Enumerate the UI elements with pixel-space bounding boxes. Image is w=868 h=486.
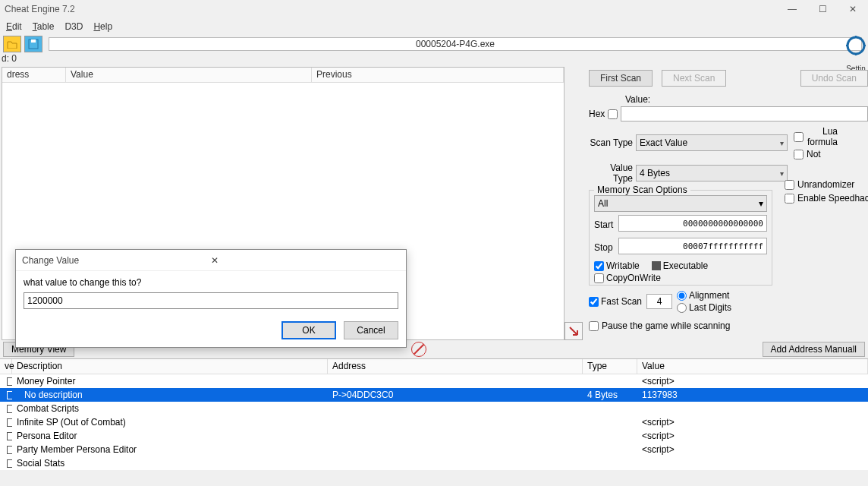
table-row[interactable]: Party Member Persona Editor<script> [0,443,868,456]
chevron-down-icon: ▾ [780,169,784,178]
col-address[interactable]: dress [2,68,66,82]
maximize-button[interactable]: ☐ [807,0,838,18]
dialog-value-input[interactable] [24,292,398,309]
toolbar: 00005204-P4G.exe [0,35,868,53]
stop-input[interactable] [618,238,767,254]
fastscan-checkbox[interactable] [589,297,599,307]
scan-type-label: Scan Type [589,137,633,148]
row-active-checkbox[interactable] [7,432,12,440]
row-value: 1137983 [637,390,868,400]
menubar: Edit Table D3D Help [0,18,868,35]
row-description: Social Stats [12,458,328,469]
row-value: <script> [637,376,868,387]
col-value[interactable]: Value [66,68,312,82]
open-icon[interactable] [3,36,21,52]
memory-region-select[interactable]: All ▾ [594,195,767,212]
row-active-checkbox[interactable] [7,405,12,413]
menu-table[interactable]: Table [33,21,55,32]
row-type: 4 Bytes [583,390,637,400]
save-icon[interactable] [24,36,42,52]
first-scan-button[interactable]: First Scan [589,70,653,87]
row-description: Money Pointer [12,376,328,387]
row-active-checkbox[interactable] [7,446,12,454]
col-description[interactable]: Description [12,359,328,374]
undo-scan-button[interactable]: Undo Scan [800,70,868,87]
col-active[interactable]: ve [0,359,12,374]
row-description: No description [12,390,328,400]
change-value-dialog: Change Value ✕ what value to change this… [15,249,407,348]
right-options: Unrandomizer Enable Speedhac [785,179,868,204]
start-input[interactable] [618,215,767,232]
memory-scan-options: Memory Scan Options All ▾ Start Stop Wri… [589,190,772,286]
chevron-down-icon: ▾ [759,198,763,209]
value-type-label: Value Type [589,163,633,184]
not-checkbox[interactable] [794,150,804,159]
menu-help[interactable]: Help [93,21,112,32]
row-address: P->04DDC3C0 [328,390,583,400]
table-row[interactable]: No descriptionP->04DDC3C04 Bytes1137983 [0,388,868,402]
row-active-checkbox[interactable] [7,459,12,468]
minimize-button[interactable]: — [777,0,807,18]
dialog-title: Change Value [22,255,211,266]
row-active-checkbox[interactable] [7,418,12,427]
col-previous[interactable]: Previous [312,68,564,82]
stop-label: Stop [594,242,614,253]
window-title: Cheat Engine 7.2 [5,4,777,14]
no-entry-icon[interactable] [411,342,426,357]
chevron-down-icon: ▾ [780,139,784,147]
value-type-select[interactable]: 4 Bytes ▾ [636,165,788,181]
svg-point-2 [848,37,864,54]
dialog-ok-button[interactable]: OK [281,321,336,339]
process-title: 00005204-P4G.exe [416,39,495,49]
row-description: Party Member Persona Editor [12,444,328,455]
address-list: ve Description Address Type Value Money … [0,358,868,470]
menu-d3d[interactable]: D3D [64,21,83,32]
lua-formula-checkbox[interactable] [794,132,804,142]
dialog-close-button[interactable]: ✕ [211,255,400,266]
unrandomizer-checkbox[interactable] [785,180,794,190]
scan-value-input[interactable] [621,106,868,122]
table-row[interactable]: Social Stats [0,456,868,470]
table-row[interactable]: Money Pointer<script> [0,374,868,388]
table-row[interactable]: Infinite SP (Out of Combat)<script> [0,415,868,429]
memopt-title: Memory Scan Options [594,185,690,195]
copyonwrite-checkbox[interactable] [594,273,604,283]
lastdigits-radio[interactable] [677,303,687,313]
scan-type-select[interactable]: Exact Value ▾ [636,134,788,151]
row-value: <script> [637,431,868,441]
hex-label: Hex [589,109,605,119]
alignment-radio[interactable] [677,291,687,301]
writable-checkbox[interactable] [594,261,604,271]
hex-checkbox[interactable] [608,109,618,119]
col-type[interactable]: Type [583,359,637,374]
row-active-checkbox[interactable] [7,391,12,399]
table-row[interactable]: Persona Editor<script> [0,429,868,443]
row-value: <script> [637,444,868,455]
table-row[interactable]: Combat Scripts [0,402,868,415]
close-button[interactable]: ✕ [838,0,868,18]
row-active-checkbox[interactable] [7,377,12,386]
speedhack-checkbox[interactable] [785,194,794,204]
menu-edit[interactable]: Edit [6,21,22,32]
value-label: Value: [625,94,868,105]
pause-checkbox[interactable] [589,321,599,331]
col-val[interactable]: Value [637,359,868,374]
dialog-prompt: what value to change this to? [24,277,398,288]
process-bar[interactable]: 00005204-P4G.exe [49,37,862,51]
row-description: Persona Editor [12,431,328,441]
col-addr[interactable]: Address [328,359,583,374]
next-scan-button[interactable]: Next Scan [662,70,726,87]
row-value: <script> [637,417,868,428]
dialog-cancel-button[interactable]: Cancel [344,321,398,339]
start-label: Start [594,219,614,230]
executable-checkbox[interactable] [652,261,661,270]
titlebar: Cheat Engine 7.2 — ☐ ✕ [0,0,868,18]
svg-rect-1 [31,39,36,43]
add-address-manually-button[interactable]: Add Address Manuall [763,342,865,357]
found-count: d: 0 [0,53,868,67]
add-to-list-button[interactable] [565,322,583,340]
pause-label: Pause the game while scanning [602,320,730,331]
row-description: Infinite SP (Out of Combat) [12,417,328,428]
fastscan-value-input[interactable] [646,294,672,309]
row-description: Combat Scripts [12,403,328,414]
